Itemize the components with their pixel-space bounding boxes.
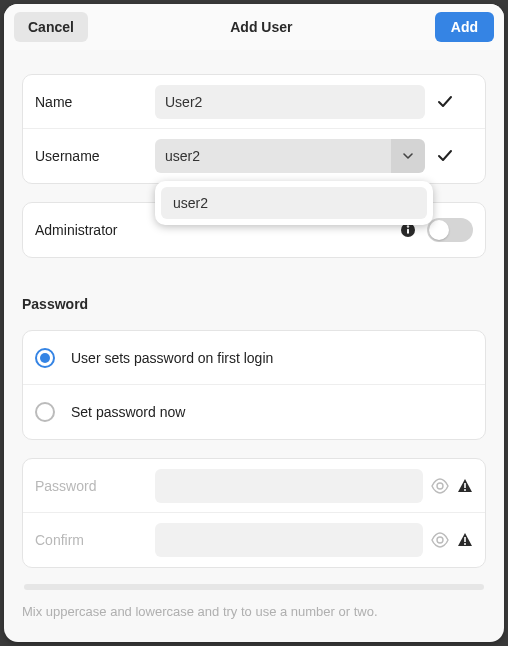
eye-icon: [431, 531, 449, 549]
check-icon: [435, 148, 455, 164]
add-user-dialog: Cancel Add User Add Name Username: [4, 4, 504, 642]
admin-toggle[interactable]: [427, 218, 473, 242]
identity-card: Name Username user2: [22, 74, 486, 184]
username-label: Username: [35, 148, 155, 164]
warning-icon: [457, 532, 473, 548]
add-button[interactable]: Add: [435, 12, 494, 42]
confirm-label: Confirm: [35, 532, 155, 548]
username-option[interactable]: user2: [161, 187, 427, 219]
radio-first-login-label: User sets password on first login: [71, 350, 273, 366]
password-hint: Mix uppercase and lowercase and try to u…: [22, 604, 486, 619]
password-mode-card: User sets password on first login Set pa…: [22, 330, 486, 440]
password-label: Password: [35, 478, 155, 494]
dialog-header: Cancel Add User Add: [4, 4, 504, 50]
password-first-login-row[interactable]: User sets password on first login: [23, 331, 485, 385]
radio-set-now[interactable]: [35, 402, 55, 422]
radio-dot: [40, 353, 50, 363]
dialog-title: Add User: [230, 19, 292, 35]
confirm-input: [155, 523, 423, 557]
svg-point-8: [464, 543, 466, 545]
check-icon: [435, 94, 455, 110]
password-section-label: Password: [22, 296, 486, 312]
svg-rect-7: [464, 537, 466, 542]
switch-knob: [429, 220, 449, 240]
name-row: Name: [23, 75, 485, 129]
svg-point-3: [437, 483, 443, 489]
password-input: [155, 469, 423, 503]
radio-first-login[interactable]: [35, 348, 55, 368]
name-label: Name: [35, 94, 155, 110]
name-input[interactable]: [155, 85, 425, 119]
radio-set-now-label: Set password now: [71, 404, 185, 420]
cancel-button[interactable]: Cancel: [14, 12, 88, 42]
warning-icon: [457, 478, 473, 494]
svg-point-1: [407, 225, 409, 227]
svg-rect-2: [407, 229, 409, 234]
username-row: Username user2: [23, 129, 485, 183]
username-input[interactable]: [155, 139, 391, 173]
svg-point-5: [464, 489, 466, 491]
password-row: Password: [23, 459, 485, 513]
eye-icon: [431, 477, 449, 495]
dialog-content: Name Username user2: [4, 50, 504, 642]
confirm-row: Confirm: [23, 513, 485, 567]
password-fields-card: Password Confirm: [22, 458, 486, 568]
chevron-down-icon: [402, 150, 414, 162]
svg-rect-4: [464, 483, 466, 488]
username-dropdown: user2: [155, 181, 433, 225]
svg-point-6: [437, 537, 443, 543]
username-dropdown-button[interactable]: [391, 139, 425, 173]
password-strength-meter: [24, 584, 484, 590]
password-set-now-row[interactable]: Set password now: [23, 385, 485, 439]
admin-label: Administrator: [35, 222, 117, 238]
